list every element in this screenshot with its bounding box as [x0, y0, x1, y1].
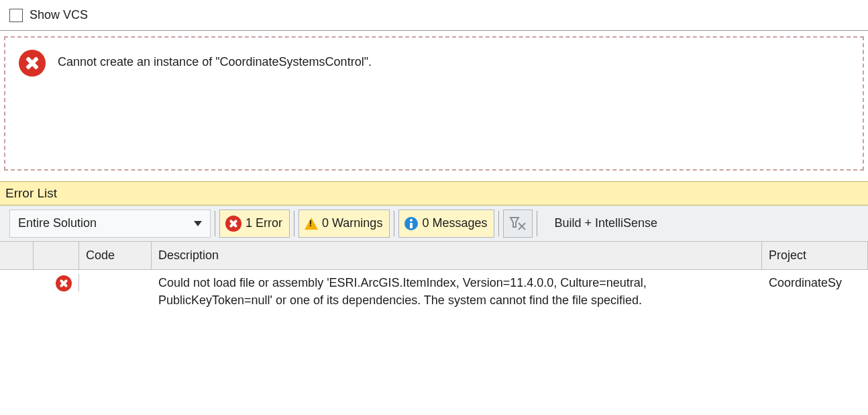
- toolbar-separator: [215, 211, 215, 236]
- info-icon: [404, 217, 418, 230]
- designer-error-frame: Cannot create an instance of "Coordinate…: [4, 36, 864, 171]
- error-icon: [19, 50, 46, 77]
- row-description-cell: Could not load file or assembly 'ESRI.Ar…: [152, 274, 762, 309]
- designer-error-message: Cannot create an instance of "Coordinate…: [58, 50, 372, 69]
- toolbar-separator: [537, 211, 537, 236]
- messages-filter-button[interactable]: 0 Messages: [398, 210, 494, 238]
- scope-dropdown[interactable]: Entire Solution: [9, 210, 211, 238]
- error-list-row[interactable]: Could not load file or assembly 'ESRI.Ar…: [0, 270, 868, 309]
- error-list-title: Error List: [5, 186, 57, 201]
- build-mode-dropdown[interactable]: Build + IntelliSense: [548, 210, 665, 238]
- filter-clear-icon: [509, 216, 527, 231]
- column-header-project[interactable]: Project: [762, 242, 868, 269]
- row-severity-cell: [34, 274, 79, 291]
- error-list-toolbar: Entire Solution 1 Error 0 Warnings 0 Mes…: [0, 205, 868, 242]
- designer-top-bar: Show VCS: [0, 0, 868, 31]
- clear-filter-button[interactable]: [503, 210, 533, 238]
- error-icon: [225, 216, 241, 232]
- warnings-filter-button[interactable]: 0 Warnings: [299, 210, 390, 238]
- warnings-count-label: 0 Warnings: [322, 216, 382, 230]
- show-vcs-checkbox[interactable]: [9, 9, 23, 22]
- show-vcs-label: Show VCS: [30, 8, 88, 22]
- column-header-blank[interactable]: [0, 242, 34, 269]
- build-mode-label: Build + IntelliSense: [554, 216, 657, 230]
- toolbar-separator: [294, 211, 294, 236]
- error-list-table-header: Code Description Project: [0, 242, 868, 270]
- messages-count-label: 0 Messages: [422, 216, 487, 230]
- chevron-down-icon: [194, 221, 202, 226]
- scope-value: Entire Solution: [18, 216, 97, 230]
- errors-count-label: 1 Error: [246, 216, 282, 230]
- error-list-panel-header[interactable]: Error List: [0, 181, 868, 205]
- toolbar-separator: [394, 211, 394, 236]
- column-header-severity[interactable]: [34, 242, 79, 269]
- warning-icon: [305, 218, 318, 230]
- error-icon: [56, 275, 72, 291]
- errors-filter-button[interactable]: 1 Error: [219, 210, 290, 238]
- toolbar-separator: [498, 211, 499, 236]
- designer-surface: Cannot create an instance of "Coordinate…: [0, 31, 868, 181]
- column-header-description[interactable]: Description: [152, 242, 762, 269]
- column-header-code[interactable]: Code: [79, 242, 152, 269]
- row-project-cell: CoordinateSy: [762, 274, 868, 291]
